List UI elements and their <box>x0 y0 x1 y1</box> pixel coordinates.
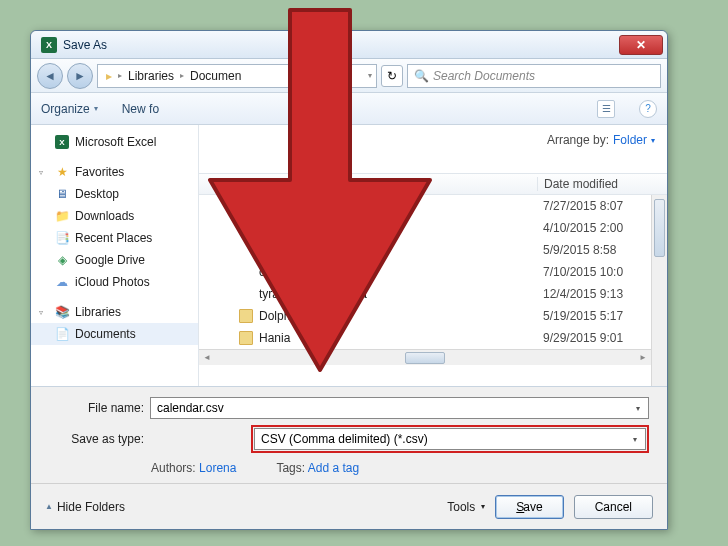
cloud-icon: ☁ <box>55 275 69 289</box>
help-button[interactable]: ? <box>639 100 657 118</box>
file-row[interactable]: 4/10/2015 2:00 <box>199 217 667 239</box>
search-input[interactable]: 🔍 Search Documents <box>407 64 661 88</box>
file-row[interactable]: Hania9/29/2015 9:01 <box>199 327 667 349</box>
file-panel: Documents Library Arrange by: Folder ▾ N… <box>199 125 667 386</box>
folder-icon: ▸ <box>102 69 116 83</box>
sidebar-item-documents[interactable]: 📄 Documents <box>31 323 198 345</box>
col-date[interactable]: Date modified <box>537 177 667 191</box>
sidebar: X Microsoft Excel ▿★ Favorites 🖥 Desktop… <box>31 125 199 386</box>
new-folder-button[interactable]: New fo <box>122 102 159 116</box>
chevron-down-icon[interactable]: ▾ <box>627 431 643 447</box>
toolbar: Organize New fo ☰ ? <box>31 93 667 125</box>
folder-icon: 📁 <box>55 209 69 223</box>
sidebar-item-excel[interactable]: X Microsoft Excel <box>31 131 198 153</box>
recent-icon: 📑 <box>55 231 69 245</box>
view-options-button[interactable]: ☰ <box>597 100 615 118</box>
excel-icon: X <box>55 135 69 149</box>
refresh-button[interactable]: ↻ <box>381 65 403 87</box>
file-row[interactable]: tyra kursi infermieria12/4/2015 9:13 <box>199 283 667 305</box>
sidebar-item-icloud[interactable]: ☁ iCloud Photos <box>31 271 198 293</box>
savetype-dropdown[interactable]: CSV (Comma delimited) (*.csv) ▾ <box>254 428 646 450</box>
window-title: Save As <box>63 38 107 52</box>
sidebar-item-favorites[interactable]: ▿★ Favorites <box>31 161 198 183</box>
star-icon: ★ <box>55 165 69 179</box>
authors-value[interactable]: Lorena <box>199 461 236 475</box>
excel-app-icon: X <box>41 37 57 53</box>
chevron-down-icon[interactable]: ▾ <box>630 400 646 416</box>
breadcrumb[interactable]: ▸ ▸ Libraries ▸ Documen ▾ <box>97 64 377 88</box>
sidebar-item-gdrive[interactable]: ◈ Google Drive <box>31 249 198 271</box>
file-row[interactable]: om Office Templates7/10/2015 10:0 <box>199 261 667 283</box>
sidebar-item-desktop[interactable]: 🖥 Desktop <box>31 183 198 205</box>
arrange-by[interactable]: Arrange by: Folder ▾ <box>547 133 655 147</box>
sidebar-item-libraries[interactable]: ▿📚 Libraries <box>31 301 198 323</box>
tags-value[interactable]: Add a tag <box>308 461 359 475</box>
file-row[interactable]: ia Studio5/9/2015 8:58 <box>199 239 667 261</box>
col-name[interactable]: Name <box>199 177 537 191</box>
search-icon: 🔍 <box>414 69 429 83</box>
authors-label: Authors: <box>151 461 196 475</box>
close-button[interactable]: ✕ <box>619 35 663 55</box>
vertical-scrollbar[interactable] <box>651 195 667 386</box>
drive-icon: ◈ <box>55 253 69 267</box>
hide-folders-toggle[interactable]: Hide Folders <box>45 500 125 514</box>
tools-menu[interactable]: Tools <box>447 500 485 514</box>
column-headers[interactable]: Name Date modified <box>199 173 667 195</box>
documents-icon: 📄 <box>55 327 69 341</box>
libraries-icon: 📚 <box>55 305 69 319</box>
nav-row: ◄ ► ▸ ▸ Libraries ▸ Documen ▾ ↻ 🔍 Search… <box>31 59 667 93</box>
titlebar: X Save As ✕ <box>31 31 667 59</box>
cancel-button[interactable]: Cancel <box>574 495 653 519</box>
folder-icon <box>239 309 253 323</box>
filename-label: File name: <box>49 401 144 415</box>
desktop-icon: 🖥 <box>55 187 69 201</box>
file-row[interactable]: Dolphin Emulator5/19/2015 5:17 <box>199 305 667 327</box>
library-title: Documents Library <box>211 133 312 156</box>
breadcrumb-segment[interactable]: Documen <box>186 69 245 83</box>
filename-input[interactable]: calendar.csv ▾ <box>150 397 649 419</box>
tags-label: Tags: <box>276 461 305 475</box>
organize-menu[interactable]: Organize <box>41 102 98 116</box>
footer: Hide Folders Tools Save Cancel <box>31 483 667 529</box>
savetype-label: Save as type: <box>43 432 144 446</box>
horizontal-scrollbar[interactable]: ◄► <box>199 349 651 365</box>
sidebar-item-downloads[interactable]: 📁 Downloads <box>31 205 198 227</box>
breadcrumb-segment[interactable]: Libraries <box>124 69 178 83</box>
save-as-dialog: X Save As ✕ ◄ ► ▸ ▸ Libraries ▸ Documen … <box>30 30 668 530</box>
folder-icon <box>239 331 253 345</box>
back-button[interactable]: ◄ <box>37 63 63 89</box>
save-button[interactable]: Save <box>495 495 563 519</box>
forward-button[interactable]: ► <box>67 63 93 89</box>
file-row[interactable]: 7/27/2015 8:07 <box>199 195 667 217</box>
sidebar-item-recent[interactable]: 📑 Recent Places <box>31 227 198 249</box>
